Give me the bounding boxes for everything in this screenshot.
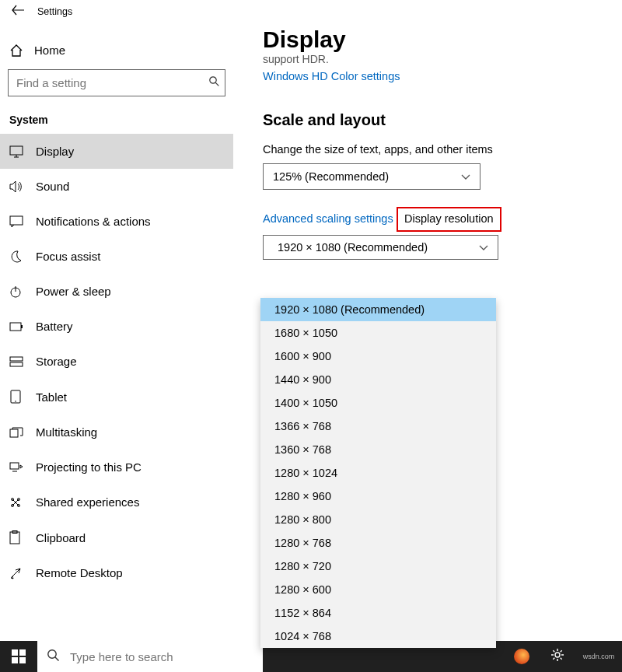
sidebar-item-label: Multitasking <box>36 425 97 439</box>
svg-rect-1 <box>10 146 23 155</box>
multitask-icon <box>9 427 28 438</box>
resolution-option[interactable]: 1280 × 600 <box>260 578 496 601</box>
scale-heading: Scale and layout <box>263 111 622 129</box>
gear-icon <box>550 648 564 665</box>
svg-point-19 <box>555 653 560 657</box>
firefox-icon <box>514 649 529 664</box>
storage-icon <box>9 356 28 367</box>
sidebar-item-sound[interactable]: Sound <box>0 169 233 204</box>
taskbar-firefox[interactable] <box>504 641 540 672</box>
watermark: wsdn.com <box>575 641 622 672</box>
svg-rect-7 <box>10 362 23 366</box>
resolution-option[interactable]: 1600 × 900 <box>260 345 496 368</box>
chevron-down-icon <box>479 241 488 254</box>
sidebar-item-tablet[interactable]: Tablet <box>0 379 233 415</box>
advanced-scaling-link[interactable]: Advanced scaling settings <box>263 212 393 225</box>
monitor-icon <box>9 145 28 158</box>
svg-rect-2 <box>10 216 23 225</box>
svg-rect-4 <box>10 323 21 331</box>
sidebar-item-label: Shared experiences <box>36 495 139 509</box>
home-nav[interactable]: Home <box>0 34 233 66</box>
resolution-option[interactable]: 1152 × 864 <box>260 601 496 625</box>
svg-point-0 <box>209 77 215 83</box>
page-title: Display <box>263 26 622 53</box>
sidebar-item-projecting-to-this-pc[interactable]: Projecting to this PC <box>0 450 233 485</box>
scale-label: Change the size of text, apps, and other… <box>263 143 622 156</box>
sidebar-item-power-sleep[interactable]: Power & sleep <box>0 274 233 309</box>
chevron-down-icon <box>461 170 470 183</box>
search-icon <box>37 649 68 665</box>
taskbar-search[interactable] <box>37 641 263 672</box>
svg-point-18 <box>47 649 55 657</box>
app-title: Settings <box>37 6 72 17</box>
resolution-option[interactable]: 1280 × 960 <box>260 485 496 508</box>
sidebar-item-label: Sound <box>36 180 69 193</box>
resolution-option[interactable]: 1360 × 768 <box>260 438 496 461</box>
resolution-option[interactable]: 1920 × 1080 (Recommended) <box>260 298 496 321</box>
sidebar-item-shared-experiences[interactable]: Shared experiences <box>0 485 233 520</box>
power-icon <box>9 285 28 298</box>
project-icon <box>9 462 28 473</box>
sidebar-item-label: Notifications & actions <box>36 215 151 228</box>
resolution-label: Display resolution <box>404 212 493 225</box>
sidebar-item-label: Remote Desktop <box>36 566 123 579</box>
sidebar-item-remote-desktop[interactable]: Remote Desktop <box>0 555 233 590</box>
sidebar-item-label: Projecting to this PC <box>36 460 142 474</box>
svg-rect-6 <box>10 357 23 361</box>
sidebar-item-multitasking[interactable]: Multitasking <box>0 415 233 450</box>
tablet-icon <box>9 390 28 404</box>
resolution-option[interactable]: 1280 × 768 <box>260 531 496 555</box>
back-button[interactable] <box>8 5 28 19</box>
sound-icon <box>9 180 28 193</box>
scale-value: 125% (Recommended) <box>273 170 389 183</box>
notification-icon <box>9 215 28 228</box>
remote-icon <box>9 567 28 579</box>
resolution-option[interactable]: 1400 × 1050 <box>260 391 496 415</box>
taskbar-settings[interactable] <box>540 641 575 672</box>
scale-select[interactable]: 125% (Recommended) <box>263 163 480 190</box>
svg-point-9 <box>15 401 16 402</box>
resolution-option[interactable]: 1280 × 1024 <box>260 461 496 485</box>
sidebar-item-display[interactable]: Display <box>0 134 233 169</box>
hdr-settings-link[interactable]: Windows HD Color settings <box>263 70 400 82</box>
resolution-option[interactable]: 1024 × 768 <box>260 625 496 648</box>
hdr-text-truncated: support HDR. <box>263 53 622 65</box>
sidebar-item-focus-assist[interactable]: Focus assist <box>0 239 233 274</box>
svg-rect-10 <box>10 429 18 437</box>
sidebar-item-battery[interactable]: Battery <box>0 309 233 344</box>
sidebar-item-clipboard[interactable]: Clipboard <box>0 520 233 555</box>
home-icon <box>9 44 26 57</box>
resolution-dropdown[interactable]: 1920 × 1080 (Recommended)1680 × 10501600… <box>260 298 496 648</box>
resolution-option[interactable]: 1280 × 720 <box>260 555 496 578</box>
sidebar-item-label: Power & sleep <box>36 285 111 298</box>
sidebar-item-storage[interactable]: Storage <box>0 344 233 379</box>
svg-rect-11 <box>10 463 19 469</box>
sidebar-item-label: Storage <box>36 355 77 368</box>
clipboard-icon <box>9 530 28 544</box>
search-box[interactable] <box>8 69 225 96</box>
share-icon <box>9 496 28 509</box>
taskbar-search-input[interactable] <box>68 649 263 664</box>
resolution-option[interactable]: 1366 × 768 <box>260 415 496 438</box>
sidebar-item-label: Display <box>36 145 74 158</box>
sidebar-item-label: Clipboard <box>36 531 86 544</box>
start-button[interactable] <box>0 641 37 672</box>
category-label: System <box>0 110 233 134</box>
search-input[interactable] <box>9 76 203 89</box>
sidebar-item-label: Focus assist <box>36 250 100 263</box>
sidebar-item-label: Tablet <box>36 390 67 404</box>
sidebar-item-notifications-actions[interactable]: Notifications & actions <box>0 204 233 239</box>
svg-rect-5 <box>21 325 23 328</box>
svg-rect-16 <box>10 532 19 544</box>
sidebar-item-label: Battery <box>36 320 73 333</box>
resolution-option[interactable]: 1280 × 800 <box>260 508 496 531</box>
resolution-select[interactable]: 1920 × 1080 (Recommended) <box>263 235 498 260</box>
search-icon <box>203 75 225 90</box>
resolution-option[interactable]: 1440 × 900 <box>260 368 496 391</box>
home-label: Home <box>34 44 65 57</box>
moon-icon <box>9 250 28 263</box>
battery-icon <box>9 322 28 331</box>
windows-icon <box>12 649 26 663</box>
highlight-box: Display resolution <box>397 207 501 232</box>
resolution-option[interactable]: 1680 × 1050 <box>260 321 496 345</box>
